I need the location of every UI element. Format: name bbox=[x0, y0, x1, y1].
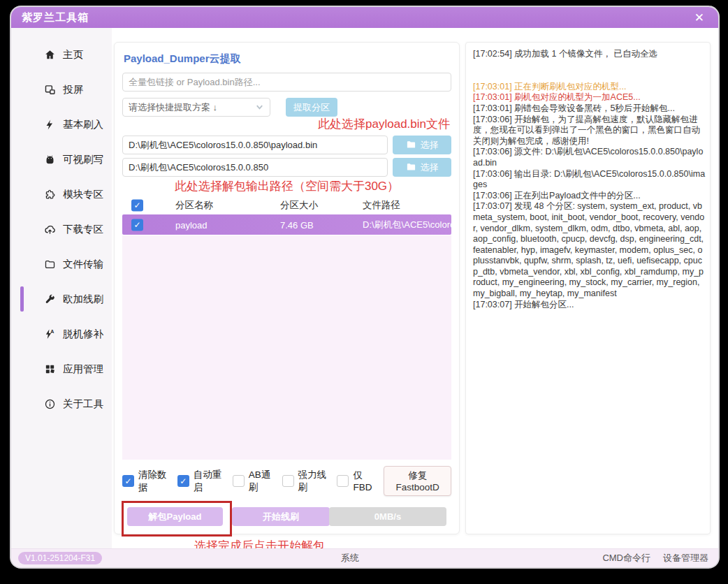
sidebar-item-app-manager[interactable]: 应用管理 bbox=[11, 351, 112, 386]
statusbar-system-label: 系统 bbox=[341, 552, 359, 564]
chevron-down-icon bbox=[255, 103, 264, 112]
content-area: 主页投屏基本刷入可视刷写模块专区下载专区文件传输欧加线刷A脱机修补应用管理关于工… bbox=[11, 28, 718, 549]
folder-open-icon bbox=[406, 162, 416, 173]
output-path-input[interactable] bbox=[122, 158, 388, 177]
select-all-checkbox[interactable]: ✓ bbox=[131, 199, 143, 211]
info-icon bbox=[44, 398, 56, 410]
option-checkbox[interactable]: ✓ bbox=[177, 475, 189, 487]
payload-path-input[interactable] bbox=[122, 136, 388, 154]
option-checkbox[interactable] bbox=[282, 475, 294, 487]
sidebar-item-label: 应用管理 bbox=[63, 363, 103, 376]
partition-table: ✓payload7.46 GBD:\刷机包\ACE5\coloros1 bbox=[122, 214, 451, 235]
option-label: 清除数据 bbox=[138, 469, 170, 494]
sidebar: 主页投屏基本刷入可视刷写模块专区下载专区文件传输欧加线刷A脱机修补应用管理关于工… bbox=[11, 28, 112, 549]
lightning-icon bbox=[44, 119, 56, 131]
log-line: [17:03:01] 正在判断刷机包对应的机型... bbox=[473, 82, 706, 93]
sidebar-item-label: 关于工具 bbox=[63, 397, 103, 411]
sidebar-item-modules[interactable]: 模块专区 bbox=[11, 177, 112, 212]
log-line: [17:03:01] 刷错包会导致设备黑砖，5秒后开始解包... bbox=[473, 103, 706, 115]
wrench-icon bbox=[44, 293, 56, 305]
option-checkbox[interactable]: ✓ bbox=[122, 475, 134, 487]
partition-table-empty-area bbox=[122, 235, 451, 460]
annotation-select-output: 此处选择解包输出路径（空间需大于30G） bbox=[122, 180, 451, 194]
log-line: [17:03:06] 输出目录: D:\刷机包\ACE5\coloros15.0… bbox=[473, 169, 706, 191]
folder-icon bbox=[44, 258, 56, 270]
payload-dumper-panel: Payload_Dumper云提取 请选择快捷提取方案 ↓ 提取分区 此处选择p… bbox=[114, 42, 460, 534]
option-clear-data[interactable]: ✓清除数据 bbox=[122, 469, 170, 494]
column-header-name: 分区名称 bbox=[175, 199, 213, 212]
package-url-input[interactable] bbox=[122, 73, 451, 92]
cmd-link[interactable]: CMD命令行 bbox=[602, 552, 650, 564]
choose-button-label: 选择 bbox=[421, 161, 439, 174]
extract-partition-button[interactable]: 提取分区 bbox=[286, 98, 337, 117]
log-line bbox=[473, 71, 706, 82]
sidebar-item-downloads[interactable]: 下载专区 bbox=[11, 212, 112, 247]
app-window: 紫罗兰工具箱 ✕ 主页投屏基本刷入可视刷写模块专区下载专区文件传输欧加线刷A脱机… bbox=[11, 7, 718, 567]
row-checkbox[interactable]: ✓ bbox=[131, 219, 143, 231]
column-header-path: 文件路径 bbox=[363, 199, 451, 212]
partition-path: D:\刷机包\ACE5\coloros1 bbox=[363, 219, 451, 231]
action-buttons-row: 解包Payload 开始线刷 0MB/s bbox=[122, 506, 451, 527]
flash-options-row: ✓清除数据✓自动重启AB通刷强力线刷仅FBD修复FastbootD bbox=[122, 466, 451, 496]
sidebar-item-label: 文件传输 bbox=[63, 258, 103, 271]
sidebar-item-offline-patch[interactable]: A脱机修补 bbox=[11, 316, 112, 351]
cloud-upload-icon bbox=[44, 224, 56, 235]
lightning-a-icon: A bbox=[44, 328, 56, 340]
sidebar-item-about[interactable]: 关于工具 bbox=[11, 386, 112, 421]
sidebar-item-home[interactable]: 主页 bbox=[11, 37, 112, 72]
option-label: 仅FBD bbox=[353, 469, 376, 492]
quick-scheme-select[interactable]: 请选择快捷提取方案 ↓ bbox=[122, 98, 270, 117]
version-badge: V1.01-251204-F31 bbox=[18, 552, 102, 564]
sidebar-item-oplus-flash[interactable]: 欧加线刷 bbox=[11, 282, 112, 316]
log-line bbox=[473, 60, 706, 71]
annotation-click-unpack: 选择完成后点击开始解包 bbox=[194, 539, 325, 549]
panel-title: Payload_Dumper云提取 bbox=[124, 52, 451, 66]
sidebar-item-file-transfer[interactable]: 文件传输 bbox=[11, 247, 112, 282]
sidebar-item-visual-flash[interactable]: 可视刷写 bbox=[11, 142, 112, 177]
option-fbd-only[interactable]: 仅FBD bbox=[337, 469, 376, 492]
start-flash-button[interactable]: 开始线刷 bbox=[232, 507, 330, 526]
option-ab-flash[interactable]: AB通刷 bbox=[233, 469, 275, 494]
sidebar-item-label: 投屏 bbox=[63, 83, 83, 96]
svg-text:A: A bbox=[50, 329, 54, 335]
option-checkbox[interactable] bbox=[337, 475, 349, 487]
partition-size: 7.46 GB bbox=[280, 219, 314, 230]
option-label: 强力线刷 bbox=[298, 469, 330, 494]
puzzle-icon bbox=[44, 189, 56, 200]
log-line: [17:03:01] 刷机包对应的机型为一加ACE5... bbox=[473, 92, 706, 103]
option-checkbox[interactable] bbox=[233, 475, 245, 487]
device-manager-link[interactable]: 设备管理器 bbox=[663, 552, 708, 564]
statusbar: V1.01-251204-F31 系统 CMD命令行 设备管理器 bbox=[11, 548, 718, 567]
log-line: [17:03:07] 开始解包分区... bbox=[473, 300, 706, 311]
option-label: 自动重启 bbox=[194, 469, 225, 494]
window-title: 紫罗兰工具箱 bbox=[22, 11, 89, 24]
choose-button-label: 选择 bbox=[421, 139, 439, 152]
home-icon bbox=[44, 49, 56, 61]
log-line: [17:03:06] 正在列出Payload文件中的分区... bbox=[473, 191, 706, 202]
sidebar-item-label: 基本刷入 bbox=[63, 118, 103, 131]
fix-fastbootd-button[interactable]: 修复FastbootD bbox=[384, 466, 451, 496]
sidebar-item-label: 欧加线刷 bbox=[63, 293, 103, 306]
log-line: [17:03:07] 发现 48 个分区: system, system_ext… bbox=[473, 201, 706, 299]
close-button[interactable]: ✕ bbox=[694, 12, 704, 24]
quick-scheme-label: 请选择快捷提取方案 ↓ bbox=[129, 101, 217, 114]
partition-name: payload bbox=[175, 219, 208, 230]
choose-output-button[interactable]: 选择 bbox=[393, 158, 451, 177]
log-line: [17:03:06] 源文件: D:\刷机包\ACE5\coloros15.0.… bbox=[473, 147, 706, 168]
apps-icon bbox=[44, 363, 56, 375]
option-force-flash[interactable]: 强力线刷 bbox=[282, 469, 330, 494]
sidebar-item-label: 模块专区 bbox=[63, 188, 103, 201]
folder-open-icon bbox=[406, 140, 416, 150]
partition-table-header: ✓ 分区名称 分区大小 文件路径 bbox=[122, 196, 451, 214]
table-row[interactable]: ✓payload7.46 GBD:\刷机包\ACE5\coloros1 bbox=[122, 214, 451, 235]
sidebar-item-screen-cast[interactable]: 投屏 bbox=[11, 72, 112, 107]
choose-payload-button[interactable]: 选择 bbox=[393, 136, 451, 154]
log-panel[interactable]: [17:02:54] 成功加载 1 个镜像文件， 已自动全选 [17:03:01… bbox=[465, 42, 711, 534]
sidebar-item-basic-flash[interactable]: 基本刷入 bbox=[11, 107, 112, 142]
screen-cast-icon bbox=[44, 84, 56, 96]
unpack-payload-button[interactable]: 解包Payload bbox=[127, 507, 223, 526]
option-label: AB通刷 bbox=[249, 469, 275, 494]
sidebar-item-label: 可视刷写 bbox=[63, 153, 103, 166]
android-icon bbox=[44, 154, 56, 166]
option-auto-reboot[interactable]: ✓自动重启 bbox=[177, 469, 225, 494]
